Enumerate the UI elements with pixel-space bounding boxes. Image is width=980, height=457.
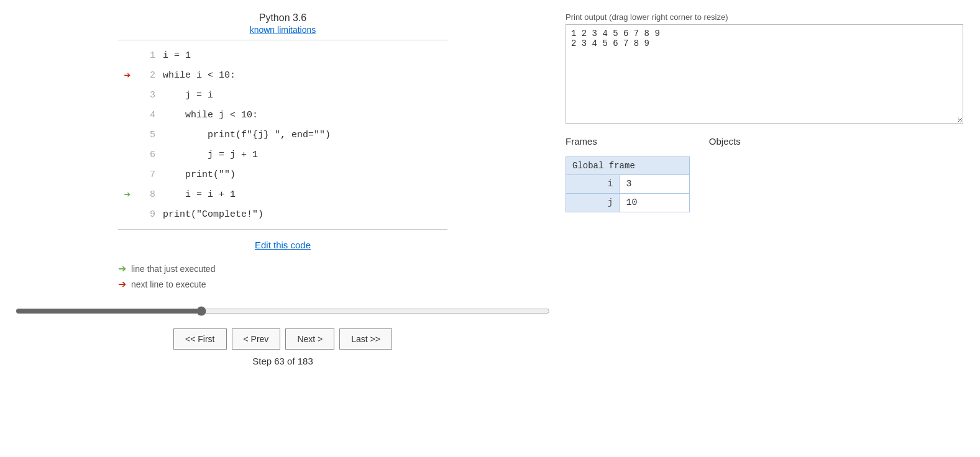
frame-table: i3j10	[566, 174, 689, 212]
line-code-1: i = 1	[163, 50, 191, 61]
line-number-1: 1	[137, 50, 155, 61]
line-code-5: print(f"{j} ", end="")	[163, 130, 331, 140]
code-line-6: 6 j = j + 1	[118, 145, 447, 165]
print-output-box: 1 2 3 4 5 6 7 8 9 2 3 4 5 6 7 8 9 ⌞	[566, 24, 963, 124]
line-code-6: j = j + 1	[163, 150, 258, 160]
next-button[interactable]: Next >	[285, 328, 334, 350]
line-number-9: 9	[137, 209, 155, 220]
line-number-2: 2	[137, 70, 155, 81]
line-number-4: 4	[137, 110, 155, 120]
nav-buttons: << First < Prev Next > Last >>	[173, 328, 392, 350]
legend-green: ➔ line that just executed	[118, 263, 447, 274]
objects-label: Objects	[709, 136, 741, 147]
line-code-2: while i < 10:	[163, 70, 236, 81]
line-number-8: 8	[137, 189, 155, 200]
prev-button[interactable]: < Prev	[232, 328, 281, 350]
frame-row-j: j10	[566, 194, 689, 212]
frame-var-value-i: 3	[620, 175, 689, 194]
line-number-7: 7	[137, 170, 155, 180]
line-code-9: print("Complete!")	[163, 209, 263, 220]
legend-red-arrow: ➔	[118, 278, 126, 290]
red-arrow: ➔	[124, 68, 131, 82]
resize-corner: ⌞	[957, 112, 961, 122]
line-code-7: print("")	[163, 170, 236, 180]
code-line-4: 4 while j < 10:	[118, 105, 447, 125]
frames-label: Frames	[566, 136, 597, 147]
legend-red-label: next line to execute	[131, 279, 206, 289]
left-panel: Python 3.6 known limitations 1i = 1➔2whi…	[12, 12, 553, 445]
python-version-title: Python 3.6	[259, 12, 307, 24]
print-output-content: 1 2 3 4 5 6 7 8 9 2 3 4 5 6 7 8 9	[571, 29, 660, 48]
last-button[interactable]: Last >>	[339, 328, 392, 350]
line-code-8: i = i + 1	[163, 189, 236, 200]
arrow-area-8: ➔	[118, 188, 137, 201]
code-line-3: 3 j = i	[118, 85, 447, 105]
legend: ➔ line that just executed ➔ next line to…	[118, 263, 447, 294]
global-frame: Global frame i3j10	[566, 156, 690, 212]
known-limitations-link[interactable]: known limitations	[250, 25, 316, 35]
step-info: Step 63 of 183	[252, 356, 313, 366]
frames-objects-header: Frames Objects	[566, 136, 968, 147]
step-slider[interactable]	[16, 306, 550, 316]
legend-red: ➔ next line to execute	[118, 278, 447, 290]
legend-green-arrow: ➔	[118, 263, 126, 274]
code-line-9: 9print("Complete!")	[118, 204, 447, 224]
line-code-4: while j < 10:	[163, 110, 258, 120]
line-code-3: j = i	[163, 90, 213, 101]
arrow-area-2: ➔	[118, 68, 137, 82]
line-number-3: 3	[137, 90, 155, 101]
print-output-label: Print output (drag lower right corner to…	[566, 12, 968, 22]
code-line-1: 1i = 1	[118, 45, 447, 65]
slider-container	[16, 306, 550, 316]
global-frame-title: Global frame	[566, 157, 689, 174]
line-number-5: 5	[137, 130, 155, 140]
line-number-6: 6	[137, 150, 155, 160]
frame-row-i: i3	[566, 175, 689, 194]
frame-var-value-j: 10	[620, 194, 689, 212]
edit-code-link[interactable]: Edit this code	[255, 240, 311, 250]
frame-var-name-j: j	[566, 194, 620, 212]
right-panel: Print output (drag lower right corner to…	[553, 12, 968, 445]
code-line-2: ➔2while i < 10:	[118, 65, 447, 85]
frame-var-name-i: i	[566, 175, 620, 194]
code-line-7: 7 print("")	[118, 165, 447, 184]
code-line-5: 5 print(f"{j} ", end="")	[118, 125, 447, 145]
code-area: 1i = 1➔2while i < 10:3 j = i4 while j < …	[118, 40, 447, 230]
green-arrow: ➔	[124, 188, 131, 201]
code-line-8: ➔8 i = i + 1	[118, 184, 447, 204]
legend-green-label: line that just executed	[131, 264, 215, 274]
first-button[interactable]: << First	[173, 328, 226, 350]
